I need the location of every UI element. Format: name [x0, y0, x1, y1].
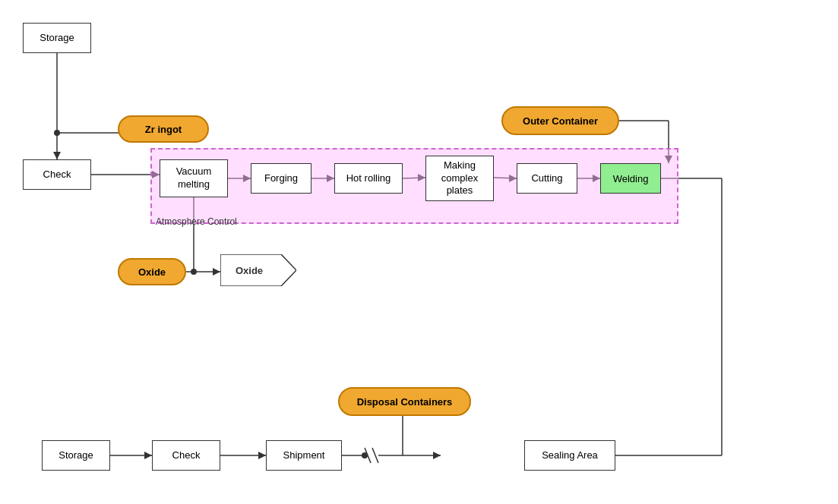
- svg-text:Oxide: Oxide: [236, 265, 263, 276]
- atmosphere-label: Atmosphere Control: [156, 216, 237, 227]
- diagram: Storage Check Zr ingot Atmosphere Contro…: [0, 0, 838, 504]
- storage-bottom-box: Storage: [42, 440, 110, 471]
- svg-point-20: [191, 269, 197, 275]
- oxide-shape: Oxide: [220, 254, 296, 286]
- hot-rolling-box: Hot rolling: [334, 163, 403, 194]
- svg-marker-28: [144, 452, 152, 459]
- svg-marker-35: [433, 452, 441, 459]
- oxide-pill: Oxide: [118, 258, 186, 285]
- forging-box: Forging: [251, 163, 311, 194]
- check-top-box: Check: [23, 159, 91, 190]
- svg-line-32: [365, 448, 371, 463]
- making-complex-box: Makingcomplexplates: [425, 156, 494, 201]
- svg-point-36: [362, 452, 368, 458]
- vacuum-melting-box: Vacuummelting: [160, 159, 228, 197]
- svg-marker-30: [258, 452, 266, 459]
- outer-container-pill: Outer Container: [501, 106, 619, 135]
- disposal-containers-pill: Disposal Containers: [338, 387, 471, 416]
- storage-top-box: Storage: [23, 23, 91, 53]
- svg-point-3: [54, 130, 60, 136]
- sealing-area-box: Sealing Area: [524, 440, 615, 471]
- svg-marker-1: [53, 152, 61, 159]
- welding-box: Welding: [600, 163, 661, 194]
- cutting-box: Cutting: [517, 163, 577, 194]
- shipment-box: Shipment: [266, 440, 342, 471]
- check-bottom-box: Check: [152, 440, 220, 471]
- svg-line-33: [372, 448, 378, 463]
- atmosphere-control-area: [150, 148, 678, 224]
- flow-lines: [0, 0, 838, 504]
- svg-marker-22: [213, 268, 220, 276]
- zr-ingot-pill: Zr ingot: [118, 115, 209, 143]
